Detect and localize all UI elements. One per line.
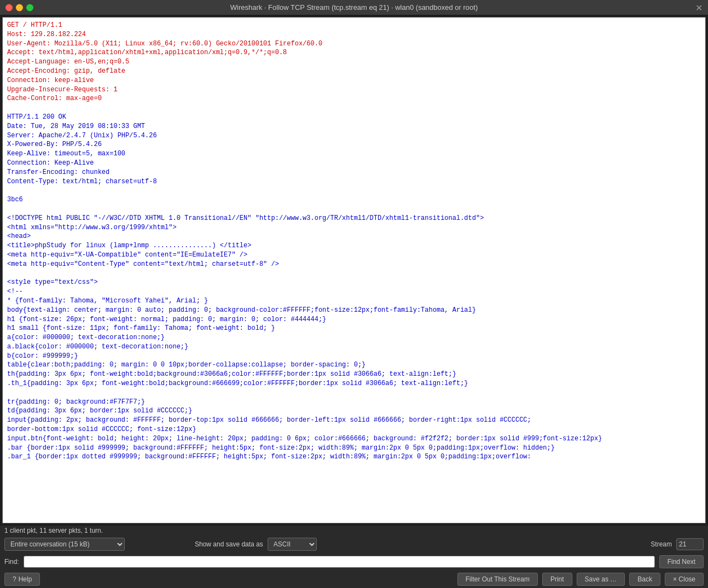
bottom-buttons: ? Help Filter Out This Stream Print Save… — [0, 570, 708, 588]
main-content: GET / HTTP/1.1 Host: 129.28.182.224 User… — [0, 15, 708, 588]
find-next-button[interactable]: Find Next — [659, 555, 704, 568]
close-traffic-light[interactable] — [5, 4, 13, 11]
stream-scroll[interactable]: GET / HTTP/1.1 Host: 129.28.182.224 User… — [3, 18, 705, 523]
window-title: Wireshark · Follow TCP Stream (tcp.strea… — [230, 3, 478, 11]
show-save-label: Show and save data as — [195, 540, 263, 548]
back-button[interactable]: Back — [629, 573, 660, 586]
status-text: 1 client pkt, 11 server pkts, 1 turn. — [4, 527, 103, 534]
status-bar: 1 client pkt, 11 server pkts, 1 turn. — [0, 526, 708, 535]
stream-number-input[interactable] — [676, 538, 704, 550]
stream-text: GET / HTTP/1.1 Host: 129.28.182.224 User… — [3, 18, 705, 465]
print-button[interactable]: Print — [542, 573, 572, 586]
help-icon: ? — [13, 575, 16, 583]
controls-row: Entire conversation (15 kB) Show and sav… — [0, 535, 708, 553]
stream-area: GET / HTTP/1.1 Host: 129.28.182.224 User… — [2, 17, 706, 523]
titlebar: Wireshark · Follow TCP Stream (tcp.strea… — [0, 0, 708, 15]
minimize-traffic-light[interactable] — [16, 4, 23, 11]
find-row: Find: Find Next — [0, 553, 708, 570]
conversation-select[interactable]: Entire conversation (15 kB) — [4, 538, 125, 551]
stream-label: Stream — [651, 540, 672, 548]
window-close-icon[interactable]: ✕ — [695, 2, 703, 13]
maximize-traffic-light[interactable] — [26, 4, 33, 11]
close-button[interactable]: × Close — [665, 573, 704, 586]
find-input[interactable] — [24, 556, 655, 568]
filter-out-button[interactable]: Filter Out This Stream — [457, 573, 538, 586]
find-label: Find: — [4, 558, 19, 566]
help-button[interactable]: ? Help — [4, 573, 40, 586]
save-as-button[interactable]: Save as … — [577, 573, 625, 586]
ascii-select[interactable]: ASCII — [268, 538, 317, 551]
